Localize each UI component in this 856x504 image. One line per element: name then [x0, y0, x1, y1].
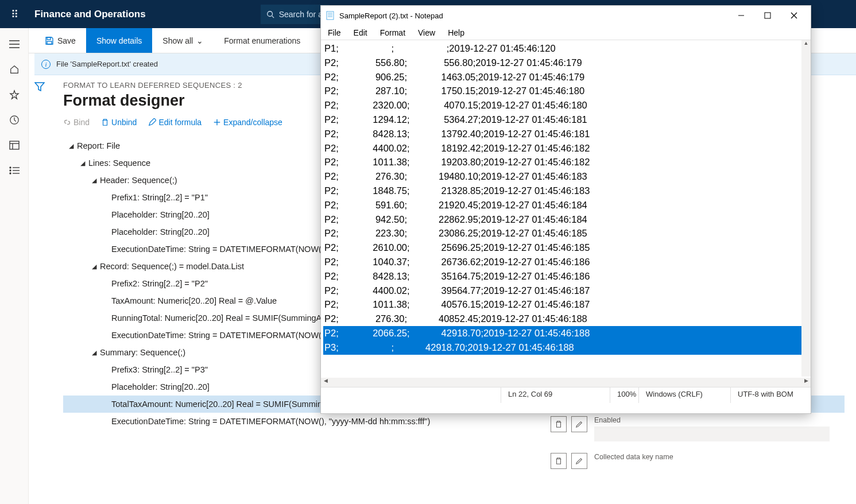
unbind-label: Unbind: [111, 118, 137, 127]
info-message: File 'SampleReport.txt' created: [56, 60, 158, 68]
minimize-button[interactable]: [728, 7, 754, 24]
tree-node-label: Record: Sequence(;) = model.Data.List: [100, 258, 244, 275]
nav-hamburger-icon[interactable]: [5, 35, 24, 53]
edit-formula-button[interactable]: Edit formula: [148, 118, 202, 127]
tree-node-label: Summary: Sequence(;): [100, 344, 185, 361]
edit-property-button[interactable]: [571, 416, 587, 432]
menu-file[interactable]: File: [328, 28, 341, 37]
save-icon: [45, 36, 54, 45]
pencil-icon: [575, 420, 583, 428]
expand-icon: [213, 118, 221, 126]
link-icon: [63, 118, 71, 126]
notepad-titlebar[interactable]: SampleReport (2).txt - Notepad: [321, 6, 811, 25]
scrollbar-vertical[interactable]: ▲: [801, 40, 811, 377]
nav-home-icon[interactable]: [5, 60, 24, 79]
format-enumerations-button[interactable]: Format enumerations: [214, 28, 311, 53]
svg-rect-6: [10, 141, 19, 149]
text-line: P2; 1848.75; 21328.85;2019-12-27 01:45:4…: [323, 184, 808, 198]
menu-view[interactable]: View: [418, 28, 435, 37]
text-line: P2; 4400.02; 18192.42;2019-12-27 01:45:4…: [323, 141, 808, 156]
expand-caret-icon[interactable]: ◢: [92, 258, 100, 275]
nav-clock-icon[interactable]: [5, 111, 24, 129]
text-line: P2; 2066.25; 42918.70;2019-12-27 01:45:4…: [323, 326, 808, 340]
tree-node-label: Placeholder: String[20..20]: [111, 378, 210, 396]
search-input[interactable]: Search for a: [261, 5, 330, 24]
format-enum-label: Format enumerations: [224, 36, 300, 45]
text-line: P2; 4400.02; 39564.77;2019-12-27 01:45:4…: [323, 284, 808, 298]
property-label: Enabled: [594, 416, 830, 424]
expand-caret-icon[interactable]: ◢: [92, 344, 100, 361]
tree-node-label: Prefix1: String[2..2] = "P1": [111, 189, 208, 206]
expand-collapse-button[interactable]: Expand/collapse: [213, 118, 282, 127]
svg-rect-15: [47, 37, 51, 40]
scroll-up-icon[interactable]: ▲: [801, 40, 811, 49]
show-all-label: Show all: [162, 36, 193, 45]
text-line: P2; 1011.38; 40576.15;2019-12-27 01:45:4…: [323, 297, 808, 312]
delete-property-button[interactable]: [551, 416, 567, 432]
scroll-right-icon[interactable]: ▶: [801, 378, 811, 387]
tree-node-label: ExecutionDateTime: String = DATETIMEFORM…: [111, 413, 430, 430]
chevron-down-icon: ⌄: [196, 36, 203, 45]
text-line: P2; 2610.00; 25696.25;2019-12-27 01:45:4…: [323, 241, 808, 255]
close-button[interactable]: [781, 7, 807, 24]
text-line: P2; 556.80; 556.80;2019-12-27 01:45:46:1…: [323, 56, 808, 70]
search-icon: [266, 10, 274, 18]
scrollbar-horizontal[interactable]: ◀ ▶: [321, 378, 811, 387]
maximize-button[interactable]: [754, 7, 781, 24]
show-details-button[interactable]: Show details: [86, 28, 152, 53]
app-title: Finance and Operations: [29, 9, 146, 20]
svg-point-0: [267, 11, 272, 16]
nav-star-icon[interactable]: [5, 86, 24, 104]
tree-node-label: Placeholder: String[20..20]: [111, 223, 210, 241]
tree-node-label: TaxAmount: Numeric[20..20] Real = @.Valu…: [111, 292, 277, 309]
text-line: P2; 942.50; 22862.95;2019-12-27 01:45:46…: [323, 212, 808, 227]
text-line: P2; 906.25; 1463.05;2019-12-27 01:45:46:…: [323, 70, 808, 84]
tree-node-label: Header: Sequence(;): [100, 172, 177, 189]
notepad-title: SampleReport (2).txt - Notepad: [339, 11, 728, 20]
trash-icon: [101, 118, 109, 126]
tree-node-label: Placeholder: String[20..20]: [111, 206, 210, 223]
left-nav-rail: [0, 28, 29, 504]
expand-caret-icon[interactable]: ◢: [69, 137, 77, 154]
text-line: P3; ; 42918.70;2019-12-27 01:45:46:188: [323, 340, 808, 355]
expand-label: Expand/collapse: [223, 118, 282, 127]
svg-point-11: [10, 170, 11, 171]
menu-format[interactable]: Format: [380, 28, 405, 37]
bind-button[interactable]: Bind: [63, 118, 90, 127]
tree-node-label: Report: File: [77, 137, 120, 154]
text-line: P2; 1011.38; 19203.80;2019-12-27 01:45:4…: [323, 155, 808, 169]
show-details-label: Show details: [96, 36, 142, 45]
status-zoom: 100%: [610, 387, 638, 403]
property-label: Collected data key name: [594, 453, 673, 461]
pencil-icon: [575, 457, 583, 465]
text-line: P1; ; ;2019-12-27 01:45:46:120: [323, 41, 808, 56]
svg-point-13: [10, 173, 11, 174]
edit-property-button[interactable]: [571, 453, 587, 469]
unbind-button[interactable]: Unbind: [101, 118, 137, 127]
text-line: P2; 2320.00; 4070.15;2019-12-27 01:45:46…: [323, 98, 808, 113]
status-encoding: UTF-8 with BOM: [730, 387, 811, 403]
status-position: Ln 22, Col 69: [501, 387, 610, 403]
enabled-input[interactable]: [594, 427, 830, 441]
status-eol: Windows (CRLF): [638, 387, 730, 403]
scroll-left-icon[interactable]: ◀: [321, 378, 330, 387]
waffle-icon[interactable]: ⠿: [0, 8, 29, 21]
show-all-button[interactable]: Show all ⌄: [152, 28, 214, 53]
delete-property-button[interactable]: [551, 453, 567, 469]
properties-panel: Enabled Collected data key name: [551, 416, 849, 480]
text-line: P2; 1040.37; 26736.62;2019-12-27 01:45:4…: [323, 255, 808, 269]
nav-module-icon[interactable]: [5, 136, 24, 154]
text-line: P2; 276.30; 40852.45;2019-12-27 01:45:46…: [323, 312, 808, 326]
expand-caret-icon[interactable]: ◢: [80, 154, 88, 172]
filter-button[interactable]: [34, 75, 57, 504]
notepad-text-area[interactable]: P1; ; ;2019-12-27 01:45:46:120P2; 556.80…: [321, 40, 811, 378]
save-button[interactable]: Save: [34, 28, 86, 53]
search-placeholder: Search for a: [279, 10, 323, 19]
menu-edit[interactable]: Edit: [354, 28, 367, 37]
svg-rect-19: [327, 11, 334, 20]
tree-node-label: Prefix3: String[2..2] = "P3": [111, 361, 208, 378]
nav-list-icon[interactable]: [5, 161, 24, 180]
expand-caret-icon[interactable]: ◢: [92, 172, 100, 189]
menu-help[interactable]: Help: [448, 28, 464, 37]
notepad-app-icon: [326, 11, 335, 20]
